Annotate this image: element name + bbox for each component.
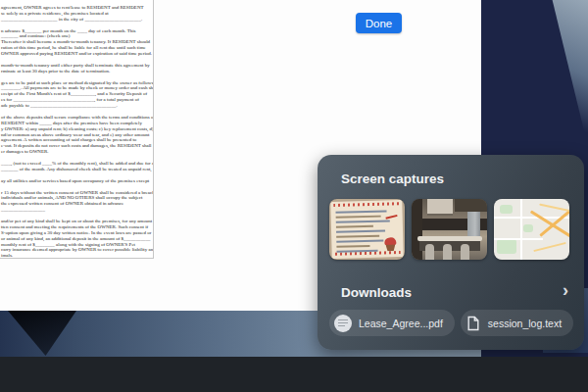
map-road-secondary (533, 242, 565, 252)
map-park (500, 205, 513, 214)
map-road-secondary (539, 203, 569, 212)
screen-capture-thumbnail-kitchen[interactable] (412, 199, 487, 260)
document-line: or animal of any kind, an additional dep… (1, 236, 149, 242)
screen-captures-title: Screen captures (341, 172, 444, 186)
kitchen-upper-cabinet (455, 199, 487, 212)
document-line: carry insurance deemed appropriate by OW… (1, 247, 149, 253)
handwriting-line (336, 210, 387, 213)
screen-capture-thumbnail-map[interactable] (494, 199, 569, 260)
red-scribble (384, 207, 398, 220)
recipe-border-dots (333, 202, 399, 207)
kitchen-hood (427, 199, 453, 216)
document-line: _______________________ in the city of _… (1, 17, 149, 23)
shelf (0, 357, 588, 392)
handwriting-line (336, 225, 373, 227)
handwriting-line (336, 220, 390, 222)
lease-document-page: agreement, OWNER agrees to rent/lease to… (0, 0, 154, 259)
document-text: agreement, OWNER agrees to rent/lease to… (1, 5, 149, 259)
handwriting-line (336, 235, 379, 238)
kitchen-chair (443, 244, 452, 260)
chevron-right-icon[interactable]: › (563, 280, 568, 300)
handwriting-line (336, 230, 385, 233)
document-line: _______ of the month. Any dishonored che… (1, 167, 149, 172)
download-chip-label: Lease_Agree...pdf (359, 318, 443, 329)
recipe-card-image (330, 200, 403, 259)
document-line: and/or pet of any kind shall be kept on … (1, 219, 149, 224)
document-line: S-option upon giving a 30 day written no… (1, 230, 149, 236)
download-chip-label: session_log.text (488, 318, 562, 329)
document-line: month-to-month tenancy until either part… (1, 63, 149, 69)
handwriting-line (336, 216, 381, 219)
map-park (497, 239, 516, 254)
screen-captures-row (329, 199, 569, 260)
document-line: imals. (1, 253, 149, 259)
download-chip-lease-pdf[interactable]: Lease_Agree...pdf (329, 310, 455, 336)
handwriting-line (336, 245, 369, 247)
kitchen-chair (425, 244, 434, 260)
wallpaper-light-diagonal (537, 0, 588, 147)
done-button[interactable]: Done (356, 13, 402, 33)
downloads-chip-row: Lease_Agree...pdf session_log.text (329, 310, 573, 336)
tote-panel: Screen captures (318, 155, 584, 350)
downloads-title: Downloads (341, 285, 412, 300)
handwriting-line (336, 240, 383, 243)
document-line: OWNER approved paying RESIDENT and/or ex… (1, 51, 149, 57)
map-road (494, 238, 543, 240)
document-line: of the above deposits shall secure compl… (1, 115, 149, 121)
document-line: RESIDENT within _____ days after the pre… (1, 121, 149, 126)
pdf-thumbnail-icon (334, 315, 352, 332)
chromeos-desktop: agreement, OWNER agrees to rent/lease to… (0, 0, 588, 392)
document-line: y OWNER: a) any unpaid rent; b) cleaning… (1, 126, 149, 132)
text-file-icon (466, 315, 481, 332)
download-chip-session-log[interactable]: session_log.text (461, 310, 573, 336)
map-road (520, 199, 522, 260)
document-line: ay all utilities and/or services based u… (1, 178, 149, 184)
screen-capture-thumbnail-recipe[interactable] (329, 199, 405, 260)
document-line: tten consent and meeting the requirement… (1, 224, 149, 230)
kitchen-chair (461, 244, 469, 260)
map-park (523, 224, 533, 232)
